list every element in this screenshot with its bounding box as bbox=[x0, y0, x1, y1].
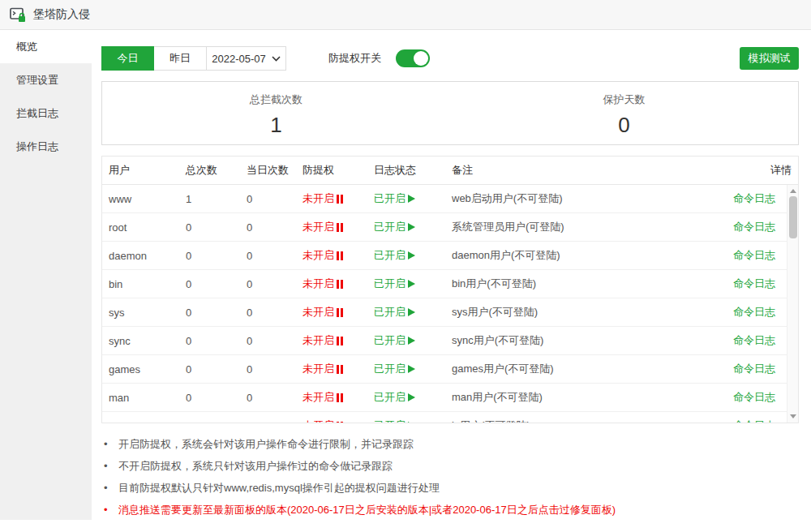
cell-privilege-status[interactable]: 未开启 bbox=[303, 305, 374, 320]
command-log-link[interactable]: 命令日志 bbox=[710, 418, 775, 423]
log-on-label: 已开启 bbox=[374, 191, 406, 206]
table-row: sync 0 0 未开启 已开启 sync用户(不可登陆) 命令日志 bbox=[102, 327, 798, 355]
cell-user: www bbox=[109, 193, 186, 205]
cell-privilege-status[interactable]: 未开启 bbox=[303, 220, 374, 234]
command-log-link[interactable]: 命令日志 bbox=[710, 305, 775, 320]
play-icon bbox=[408, 365, 415, 373]
note-text: 目前防提权默认只针对www,redis,mysql操作引起的提权问题进行处理 bbox=[118, 477, 440, 499]
cell-privilege-status[interactable]: 未开启 bbox=[303, 248, 374, 263]
cell-user: daemon bbox=[109, 250, 186, 262]
table-header-cell: 备注 bbox=[452, 163, 727, 178]
cell-total-count: 0 bbox=[186, 363, 247, 375]
cell-user: sync bbox=[109, 335, 186, 347]
command-log-link[interactable]: 命令日志 bbox=[710, 390, 775, 405]
stat-label: 保护天数 bbox=[450, 92, 798, 107]
sidebar-item-overview[interactable]: 概览 bbox=[0, 30, 92, 63]
cell-user: man bbox=[109, 392, 186, 404]
pause-icon bbox=[337, 223, 343, 232]
play-icon bbox=[408, 251, 415, 260]
sidebar-item-operation-logs[interactable]: 操作日志 bbox=[0, 130, 92, 163]
cell-log-status[interactable]: 已开启 bbox=[374, 418, 452, 423]
command-log-link[interactable]: 命令日志 bbox=[710, 362, 775, 376]
log-on-label: 已开启 bbox=[374, 362, 406, 376]
stat-value: 0 bbox=[450, 113, 798, 138]
pause-icon bbox=[337, 308, 343, 317]
play-icon bbox=[408, 223, 415, 231]
log-on-label: 已开启 bbox=[374, 220, 406, 234]
pause-icon bbox=[337, 280, 343, 289]
sidebar-item-manage-settings[interactable]: 管理设置 bbox=[0, 63, 92, 97]
cell-total-count: 0 bbox=[186, 420, 247, 423]
cell-today-count: 0 bbox=[247, 392, 303, 404]
cell-log-status[interactable]: 已开启 bbox=[374, 220, 452, 234]
log-on-label: 已开启 bbox=[374, 333, 406, 348]
cell-total-count: 0 bbox=[186, 250, 247, 262]
cell-log-status[interactable]: 已开启 bbox=[374, 305, 452, 320]
toolbar: 今日 昨日 2022-05-07 防提权开关 模拟测试 bbox=[101, 46, 799, 71]
today-button[interactable]: 今日 bbox=[101, 46, 154, 71]
simulate-test-button[interactable]: 模拟测试 bbox=[740, 47, 799, 70]
date-select-value: 2022-05-07 bbox=[212, 53, 266, 65]
table-row: daemon 0 0 未开启 已开启 daemon用户(不可登陆) 命令日志 bbox=[102, 242, 798, 270]
cell-remark: web启动用户(不可登陆) bbox=[452, 191, 710, 206]
table-row: games 0 0 未开启 已开启 games用户(不可登陆) 命令日志 bbox=[102, 355, 798, 384]
stat-protected-days: 保护天数 0 bbox=[450, 82, 798, 144]
table-header-row: 用户总次数当日次数防提权日志状态备注详情 bbox=[102, 157, 798, 185]
cell-log-status[interactable]: 已开启 bbox=[374, 333, 452, 348]
cell-remark: man用户(不可登陆) bbox=[452, 390, 710, 405]
chevron-down-icon bbox=[272, 56, 281, 62]
table-body: www 1 0 未开启 已开启 web启动用户(不可登陆) 命令日志 root … bbox=[102, 185, 798, 423]
sidebar-item-label: 概览 bbox=[16, 40, 37, 54]
scroll-down-icon[interactable] bbox=[790, 414, 796, 418]
cell-user: lp bbox=[109, 420, 186, 423]
yesterday-button[interactable]: 昨日 bbox=[154, 46, 207, 71]
cell-privilege-status[interactable]: 未开启 bbox=[303, 277, 374, 291]
log-on-label: 已开启 bbox=[374, 277, 406, 291]
sidebar: 概览 管理设置 拦截日志 操作日志 bbox=[0, 30, 92, 520]
cell-privilege-status[interactable]: 未开启 bbox=[303, 390, 374, 405]
cell-today-count: 0 bbox=[247, 335, 303, 347]
sidebar-item-intercept-logs[interactable]: 拦截日志 bbox=[0, 97, 92, 130]
cell-log-status[interactable]: 已开启 bbox=[374, 390, 452, 405]
play-icon bbox=[408, 195, 415, 203]
play-icon bbox=[408, 422, 415, 423]
cell-log-status[interactable]: 已开启 bbox=[374, 191, 452, 206]
cell-privilege-status[interactable]: 未开启 bbox=[303, 191, 374, 206]
cell-log-status[interactable]: 已开启 bbox=[374, 362, 452, 376]
privilege-off-label: 未开启 bbox=[303, 248, 334, 263]
privilege-toggle[interactable] bbox=[396, 49, 430, 67]
command-log-link[interactable]: 命令日志 bbox=[710, 220, 775, 234]
command-log-link[interactable]: 命令日志 bbox=[710, 333, 775, 348]
cell-total-count: 0 bbox=[186, 307, 247, 319]
cell-total-count: 0 bbox=[186, 392, 247, 404]
sidebar-item-label: 操作日志 bbox=[16, 139, 58, 154]
cell-user: sys bbox=[109, 307, 186, 319]
cell-remark: lp用户(不可登陆) bbox=[452, 418, 710, 423]
scroll-up-icon[interactable] bbox=[790, 189, 796, 193]
bullet-icon: • bbox=[104, 499, 118, 521]
command-log-link[interactable]: 命令日志 bbox=[710, 248, 775, 263]
table-scrollbar[interactable] bbox=[787, 185, 798, 423]
cell-remark: 系统管理员用户(可登陆) bbox=[452, 220, 710, 234]
cell-privilege-status[interactable]: 未开启 bbox=[303, 418, 374, 423]
cell-privilege-status[interactable]: 未开启 bbox=[303, 333, 374, 348]
log-on-label: 已开启 bbox=[374, 305, 406, 320]
note-text: 不开启防提权，系统只针对该用户操作过的命令做记录跟踪 bbox=[118, 455, 393, 477]
pause-icon bbox=[337, 195, 343, 204]
scrollbar-thumb[interactable] bbox=[789, 196, 797, 238]
cell-remark: sys用户(不可登陆) bbox=[452, 305, 710, 320]
cell-user: bin bbox=[109, 278, 186, 290]
privilege-off-label: 未开启 bbox=[303, 390, 334, 405]
note-text: 消息推送需要更新至最新面板的版本(2020-06-17日之后安装的版本|或者20… bbox=[118, 499, 616, 521]
cell-privilege-status[interactable]: 未开启 bbox=[303, 362, 374, 376]
command-log-link[interactable]: 命令日志 bbox=[710, 277, 775, 291]
table-row: root 0 0 未开启 已开启 系统管理员用户(可登陆) 命令日志 bbox=[102, 213, 798, 242]
cell-log-status[interactable]: 已开启 bbox=[374, 277, 452, 291]
cell-user: root bbox=[109, 221, 186, 234]
note-item: • 不开启防提权，系统只针对该用户操作过的命令做记录跟踪 bbox=[104, 455, 801, 477]
command-log-link[interactable]: 命令日志 bbox=[710, 191, 775, 206]
pause-icon bbox=[337, 365, 343, 374]
play-icon bbox=[408, 280, 415, 288]
cell-log-status[interactable]: 已开启 bbox=[374, 248, 452, 263]
date-select[interactable]: 2022-05-07 bbox=[207, 46, 286, 71]
